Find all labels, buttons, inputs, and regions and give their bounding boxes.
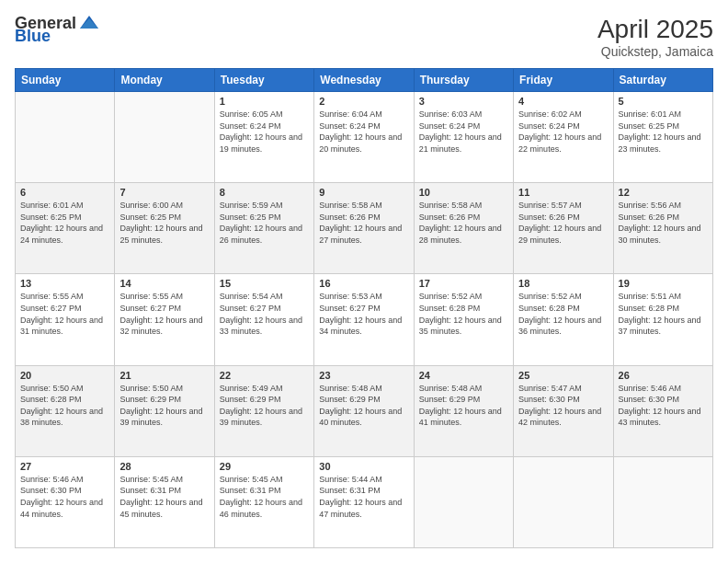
day-info: Sunrise: 6:01 AMSunset: 6:25 PMDaylight:…: [20, 200, 109, 246]
title-block: April 2025 Quickstep, Jamaica: [597, 15, 713, 59]
calendar-cell: 11Sunrise: 5:57 AMSunset: 6:26 PMDayligh…: [514, 183, 613, 274]
day-info: Sunrise: 5:48 AMSunset: 6:29 PMDaylight:…: [419, 383, 508, 429]
day-number: 2: [319, 96, 408, 107]
calendar-cell: 13Sunrise: 5:55 AMSunset: 6:27 PMDayligh…: [16, 274, 115, 365]
day-number: 28: [119, 461, 209, 472]
day-number: 14: [119, 278, 209, 289]
day-number: 22: [220, 370, 309, 381]
day-number: 23: [319, 370, 408, 381]
day-number: 8: [220, 187, 309, 198]
calendar-cell: 17Sunrise: 5:52 AMSunset: 6:28 PMDayligh…: [414, 274, 513, 365]
day-info: Sunrise: 5:56 AMSunset: 6:26 PMDaylight:…: [619, 200, 708, 246]
day-number: 9: [319, 187, 408, 198]
day-number: 19: [619, 278, 708, 289]
calendar-cell: 7Sunrise: 6:00 AMSunset: 6:25 PMDaylight…: [115, 183, 214, 274]
day-number: 13: [20, 278, 109, 289]
calendar-cell: [16, 92, 115, 183]
day-number: 11: [518, 187, 608, 198]
day-number: 29: [220, 461, 309, 472]
day-info: Sunrise: 6:02 AMSunset: 6:24 PMDaylight:…: [518, 109, 608, 155]
weekday-header-thursday: Thursday: [414, 69, 513, 92]
calendar-cell: 4Sunrise: 6:02 AMSunset: 6:24 PMDaylight…: [514, 92, 613, 183]
day-number: 16: [319, 278, 408, 289]
page: General Blue April 2025 Quickstep, Jamai…: [0, 0, 728, 563]
calendar-cell: 20Sunrise: 5:50 AMSunset: 6:28 PMDayligh…: [16, 365, 115, 456]
calendar-cell: 19Sunrise: 5:51 AMSunset: 6:28 PMDayligh…: [613, 274, 712, 365]
calendar-table: SundayMondayTuesdayWednesdayThursdayFrid…: [15, 68, 713, 548]
weekday-header-saturday: Saturday: [613, 69, 712, 92]
calendar-cell: [514, 456, 613, 547]
day-number: 15: [220, 278, 309, 289]
calendar-cell: [613, 456, 712, 547]
day-number: 7: [119, 187, 209, 198]
calendar-cell: 5Sunrise: 6:01 AMSunset: 6:25 PMDaylight…: [613, 92, 712, 183]
day-number: 1: [220, 96, 309, 107]
day-number: 30: [319, 461, 408, 472]
day-info: Sunrise: 6:00 AMSunset: 6:25 PMDaylight:…: [119, 200, 209, 246]
day-number: 6: [20, 187, 109, 198]
day-info: Sunrise: 5:57 AMSunset: 6:26 PMDaylight:…: [518, 200, 608, 246]
day-info: Sunrise: 5:52 AMSunset: 6:28 PMDaylight:…: [518, 291, 608, 337]
day-info: Sunrise: 5:51 AMSunset: 6:28 PMDaylight:…: [619, 291, 708, 337]
day-number: 5: [619, 96, 708, 107]
calendar-cell: 24Sunrise: 5:48 AMSunset: 6:29 PMDayligh…: [414, 365, 513, 456]
calendar-cell: 21Sunrise: 5:50 AMSunset: 6:29 PMDayligh…: [115, 365, 214, 456]
calendar-cell: 16Sunrise: 5:53 AMSunset: 6:27 PMDayligh…: [314, 274, 414, 365]
day-info: Sunrise: 5:48 AMSunset: 6:29 PMDaylight:…: [319, 383, 408, 429]
calendar-cell: 28Sunrise: 5:45 AMSunset: 6:31 PMDayligh…: [115, 456, 214, 547]
calendar-week-row: 6Sunrise: 6:01 AMSunset: 6:25 PMDaylight…: [16, 183, 713, 274]
logo-blue-text: Blue: [15, 28, 51, 44]
day-info: Sunrise: 5:50 AMSunset: 6:29 PMDaylight:…: [119, 383, 209, 429]
calendar-week-row: 13Sunrise: 5:55 AMSunset: 6:27 PMDayligh…: [16, 274, 713, 365]
calendar-title: April 2025: [597, 15, 713, 44]
calendar-cell: 27Sunrise: 5:46 AMSunset: 6:30 PMDayligh…: [16, 456, 115, 547]
header: General Blue April 2025 Quickstep, Jamai…: [15, 15, 713, 59]
day-info: Sunrise: 5:47 AMSunset: 6:30 PMDaylight:…: [518, 383, 608, 429]
calendar-cell: 29Sunrise: 5:45 AMSunset: 6:31 PMDayligh…: [214, 456, 313, 547]
day-info: Sunrise: 5:53 AMSunset: 6:27 PMDaylight:…: [319, 291, 408, 337]
weekday-header-monday: Monday: [115, 69, 214, 92]
day-info: Sunrise: 5:46 AMSunset: 6:30 PMDaylight:…: [20, 474, 109, 520]
svg-marker-1: [80, 18, 98, 29]
calendar-subtitle: Quickstep, Jamaica: [597, 44, 713, 59]
calendar-week-row: 1Sunrise: 6:05 AMSunset: 6:24 PMDaylight…: [16, 92, 713, 183]
calendar-cell: 3Sunrise: 6:03 AMSunset: 6:24 PMDaylight…: [414, 92, 513, 183]
calendar-cell: 1Sunrise: 6:05 AMSunset: 6:24 PMDaylight…: [214, 92, 313, 183]
calendar-cell: 12Sunrise: 5:56 AMSunset: 6:26 PMDayligh…: [613, 183, 712, 274]
calendar-cell: 18Sunrise: 5:52 AMSunset: 6:28 PMDayligh…: [514, 274, 613, 365]
calendar-cell: 14Sunrise: 5:55 AMSunset: 6:27 PMDayligh…: [115, 274, 214, 365]
day-info: Sunrise: 5:44 AMSunset: 6:31 PMDaylight:…: [319, 474, 408, 520]
day-info: Sunrise: 5:46 AMSunset: 6:30 PMDaylight:…: [619, 383, 708, 429]
day-number: 24: [419, 370, 508, 381]
day-number: 20: [20, 370, 109, 381]
calendar-cell: 22Sunrise: 5:49 AMSunset: 6:29 PMDayligh…: [214, 365, 313, 456]
day-info: Sunrise: 5:54 AMSunset: 6:27 PMDaylight:…: [220, 291, 309, 337]
logo: General Blue: [15, 15, 98, 44]
calendar-week-row: 20Sunrise: 5:50 AMSunset: 6:28 PMDayligh…: [16, 365, 713, 456]
calendar-cell: 9Sunrise: 5:58 AMSunset: 6:26 PMDaylight…: [314, 183, 414, 274]
weekday-header-friday: Friday: [514, 69, 613, 92]
day-number: 10: [419, 187, 508, 198]
day-number: 12: [619, 187, 708, 198]
day-info: Sunrise: 6:04 AMSunset: 6:24 PMDaylight:…: [319, 109, 408, 155]
day-number: 3: [419, 96, 508, 107]
calendar-cell: 23Sunrise: 5:48 AMSunset: 6:29 PMDayligh…: [314, 365, 414, 456]
weekday-header-sunday: Sunday: [16, 69, 115, 92]
calendar-cell: 25Sunrise: 5:47 AMSunset: 6:30 PMDayligh…: [514, 365, 613, 456]
calendar-cell: 2Sunrise: 6:04 AMSunset: 6:24 PMDaylight…: [314, 92, 414, 183]
day-number: 18: [518, 278, 608, 289]
day-info: Sunrise: 5:55 AMSunset: 6:27 PMDaylight:…: [20, 291, 109, 337]
calendar-cell: 15Sunrise: 5:54 AMSunset: 6:27 PMDayligh…: [214, 274, 313, 365]
day-info: Sunrise: 5:59 AMSunset: 6:25 PMDaylight:…: [220, 200, 309, 246]
day-info: Sunrise: 5:52 AMSunset: 6:28 PMDaylight:…: [419, 291, 508, 337]
day-info: Sunrise: 6:05 AMSunset: 6:24 PMDaylight:…: [220, 109, 309, 155]
day-info: Sunrise: 6:01 AMSunset: 6:25 PMDaylight:…: [619, 109, 708, 155]
calendar-week-row: 27Sunrise: 5:46 AMSunset: 6:30 PMDayligh…: [16, 456, 713, 547]
day-info: Sunrise: 5:49 AMSunset: 6:29 PMDaylight:…: [220, 383, 309, 429]
calendar-cell: [414, 456, 513, 547]
logo-icon: [78, 14, 98, 30]
day-number: 26: [619, 370, 708, 381]
calendar-cell: [115, 92, 214, 183]
weekday-header-tuesday: Tuesday: [214, 69, 313, 92]
calendar-cell: 6Sunrise: 6:01 AMSunset: 6:25 PMDaylight…: [16, 183, 115, 274]
